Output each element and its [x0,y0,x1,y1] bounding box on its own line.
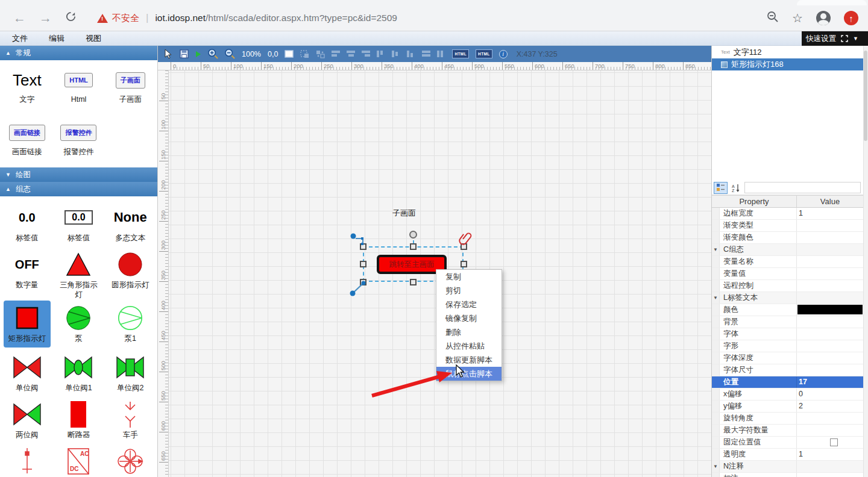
selection-handle-sw[interactable] [360,279,366,285]
not-secure-label[interactable]: 不安全 [112,13,139,24]
property-value[interactable] [797,304,863,316]
property-category-row[interactable]: ▼L标签文本 [712,292,863,304]
zoom-out-page-icon[interactable] [767,11,779,25]
categorize-icon[interactable] [714,182,728,194]
palette-item-two-way-valve[interactable]: 两位阀 [1,396,53,443]
property-value[interactable] [797,461,863,472]
property-value[interactable] [797,473,863,477]
run-icon[interactable] [195,51,201,58]
align-middle-icon[interactable] [392,51,400,57]
property-row[interactable]: y偏移2 [712,401,863,413]
property-row[interactable]: x偏移0 [712,388,863,401]
property-value[interactable] [797,413,863,424]
preview-html-icon[interactable]: HTML [476,49,492,58]
property-row[interactable]: 变量值 [712,268,863,280]
property-value[interactable] [797,268,863,279]
property-value[interactable] [797,437,863,448]
category-collapse-icon[interactable]: ▼ [712,292,720,304]
property-row[interactable]: 透明度1 [712,449,863,461]
fixed-position-checkbox[interactable] [830,438,838,446]
palette-item-text[interactable]: Text 文字 [1,63,53,115]
context-menu-item[interactable]: 保存选定 [436,298,502,311]
selection-handle-s[interactable] [410,279,417,285]
chevron-down-icon[interactable]: ▼ [853,36,858,42]
object-tree-item-text[interactable]: Text 文字112 [712,46,863,58]
property-column-header[interactable]: Property [712,196,797,207]
fit-screen-icon[interactable] [841,35,848,42]
not-secure-warning-icon[interactable]: ! [97,14,108,23]
property-row[interactable]: 渐变颜色 [712,232,863,244]
same-height-icon[interactable] [437,51,445,57]
palette-item-pump1[interactable]: 泵1 [104,299,156,349]
menu-file[interactable]: 文件 [12,33,28,44]
zoom-level-value[interactable]: 100% [242,50,261,58]
property-value[interactable] [797,292,863,304]
property-value[interactable] [797,328,863,340]
palette-item-screen-link[interactable]: 画面链接 画面链接 [1,115,53,167]
group-icon[interactable] [300,50,309,58]
zoom-in-icon[interactable] [208,49,218,59]
align-right-icon[interactable] [362,51,370,57]
property-value[interactable]: 17 [797,376,863,388]
context-menu-item[interactable]: 复制 [436,270,502,284]
property-value[interactable] [797,352,863,364]
align-top-icon[interactable] [377,51,385,57]
menu-edit[interactable]: 编辑 [49,33,64,44]
palette-item-circle-indicator[interactable]: 圆形指示灯 [104,246,156,299]
property-row[interactable]: 字体深度 [712,352,863,364]
context-menu-item[interactable]: 鼠标点击脚本 [436,367,502,381]
palette-item-breaker[interactable]: 断路器 [53,396,105,443]
export-html-icon[interactable]: HTML [452,49,469,58]
property-row[interactable]: 旋转角度 [712,413,863,425]
palette-item-handcart[interactable]: 车手 [104,396,156,443]
context-menu-item[interactable]: 数据更新脚本 [436,353,502,367]
palette-item-subscreen[interactable]: 子画面 子画面 [104,63,156,115]
info-icon[interactable]: i [499,50,508,58]
palette-item-valve2[interactable]: 单位阀2 [104,349,156,396]
palette-item-alarm-control[interactable]: 报警控件 报警控件 [53,115,105,167]
bookmark-star-icon[interactable]: ☆ [792,11,803,25]
context-menu-item[interactable]: 剪切 [436,284,502,298]
sort-az-icon[interactable]: AZ [729,182,743,194]
section-header-config[interactable]: ▲ 组态 [0,182,157,196]
property-category-row[interactable]: ▼N注释 [712,461,863,473]
property-row[interactable]: 颜色 [712,304,863,316]
palette-item-triangle-indicator[interactable]: 三角形指示灯 [53,246,105,299]
align-left-icon[interactable] [332,51,340,57]
property-value[interactable] [797,364,863,376]
property-value[interactable]: 0 [797,388,863,400]
property-value[interactable] [797,256,863,267]
section-header-general[interactable]: ▲ 常规 [0,46,157,60]
category-collapse-icon[interactable]: ▼ [712,244,720,255]
same-width-icon[interactable] [422,51,430,57]
rotation-handle[interactable] [409,231,417,238]
url-host[interactable]: iot.idosp.net [155,13,206,23]
design-canvas[interactable]: 子画面 跳转至主画面 复制剪切保存选定镜像复制删除从控件粘贴数据更新脚本鼠标点击… [169,70,711,477]
quick-settings-label[interactable]: 快速设置 [806,34,836,44]
property-value[interactable] [797,280,863,292]
context-menu-item[interactable]: 镜像复制 [436,311,502,325]
property-row[interactable]: 字体 [712,328,863,340]
palette-item-tag-value-boxed[interactable]: 0.0 标签值 [53,199,105,246]
property-row[interactable]: 标注 [712,473,863,477]
context-menu-item[interactable]: 删除 [436,325,502,339]
panel-scrollbar-thumb[interactable] [864,51,867,141]
back-icon[interactable]: ← [13,11,26,25]
section-header-drawing[interactable]: ▼ 绘图 [0,167,157,182]
quick-settings-bar[interactable]: 快速设置 ▼ [802,31,868,46]
selection-handle-n[interactable] [410,243,417,250]
ungroup-icon[interactable] [316,50,325,58]
property-value[interactable]: 2 [797,401,863,412]
property-row[interactable]: 变量名称 [712,256,863,268]
palette-item-rect-indicator[interactable]: 矩形指示灯 [4,301,51,348]
palette-item-pump[interactable]: 泵 [53,299,105,349]
category-collapse-icon[interactable]: ▼ [712,461,720,472]
property-row[interactable]: 远程控制 [712,280,863,292]
property-filter-field[interactable] [744,182,861,193]
align-bottom-icon[interactable] [407,51,415,57]
zoom-out-icon[interactable] [225,49,235,59]
property-value[interactable] [797,425,863,436]
selection-handle-ne[interactable] [461,243,467,250]
property-value[interactable]: 1 [797,208,863,219]
palette-item-valve1[interactable]: 单位阀1 [53,349,105,396]
